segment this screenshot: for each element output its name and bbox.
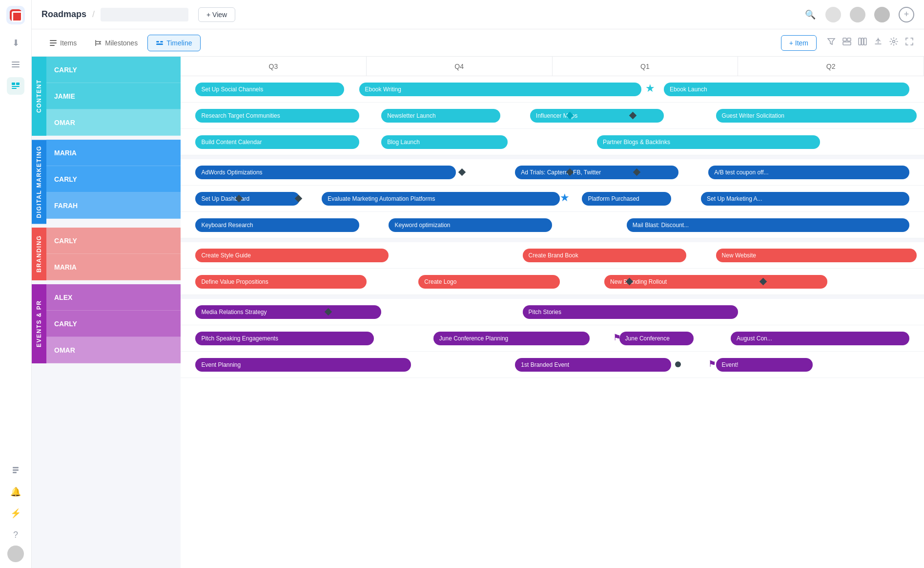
gantt-bar: June Conference — [619, 332, 694, 345]
svg-rect-20 — [862, 38, 863, 45]
milestone-flag: ⚑ — [613, 332, 621, 343]
timeline-row: Build Content Calendar Blog Launch Partn… — [181, 129, 924, 155]
export-icon[interactable] — [873, 37, 883, 49]
add-item-button[interactable]: + Item — [781, 35, 817, 51]
group-digital-members: MARIA CARLY FARAH — [46, 140, 181, 224]
filter-icon[interactable] — [826, 37, 836, 49]
gantt-bar: Set Up Marketing A... — [701, 192, 909, 206]
tab-milestones[interactable]: Milestones — [86, 35, 145, 51]
group-branding: BRANDING CARLY MARIA — [32, 228, 181, 284]
svg-rect-18 — [843, 42, 851, 45]
svg-rect-13 — [156, 41, 159, 42]
group-digital-label: DIGITAL MARKETING — [32, 140, 46, 224]
svg-rect-11 — [50, 42, 57, 43]
gantt-bar: Influencer Maps — [530, 109, 664, 123]
gantt-bar: A/B test coupon off... — [708, 166, 909, 179]
header-avatar-2[interactable] — [850, 7, 865, 22]
gantt-bar: Pitch Stories — [523, 305, 739, 319]
svg-rect-15 — [156, 43, 163, 45]
group-events-members: ALEX CARLY OMAR — [46, 284, 181, 363]
group-icon[interactable] — [842, 37, 852, 49]
gantt-bar: Research Target Communities — [195, 109, 359, 123]
sidebar-bolt-icon[interactable]: ⚡ — [7, 505, 24, 522]
gantt-bar: 1st Branded Event — [515, 358, 671, 372]
sidebar-bell-icon[interactable]: 🔔 — [7, 483, 24, 501]
quarter-q4: Q4 — [367, 57, 553, 76]
fullscreen-icon[interactable] — [904, 37, 914, 49]
group-branding-members: CARLY MARIA — [46, 228, 181, 280]
svg-rect-0 — [12, 62, 20, 63]
milestone-star: ★ — [645, 82, 655, 95]
gantt-bar: Mail Blast: Discount... — [627, 218, 909, 232]
milestone-diamond — [458, 168, 466, 176]
member-carly-content: CARLY — [46, 57, 181, 83]
group-events: EVENTS & PR ALEX CARLY OMAR — [32, 284, 181, 363]
svg-rect-1 — [12, 64, 20, 65]
timeline-header: Q3 Q4 Q1 Q2 — [181, 57, 924, 76]
milestone-star-blue: ★ — [560, 191, 570, 204]
svg-rect-12 — [50, 45, 55, 46]
gantt-bar: Set Up Dashboard — [195, 192, 299, 206]
breadcrumb-path — [101, 8, 188, 21]
app-logo[interactable] — [6, 6, 25, 24]
tab-items-label: Items — [60, 39, 77, 47]
group-content-label: CONTENT — [32, 57, 46, 136]
gantt-bar: Create Style Guide — [195, 249, 389, 262]
gantt-bar: Define Value Propositions — [195, 275, 366, 289]
timeline-rows: Set Up Social Channels Ebook Writing Ebo… — [181, 76, 924, 378]
toolbar-icons — [826, 37, 914, 49]
gantt-bar: Set Up Social Channels — [195, 83, 344, 96]
member-omar-content: OMAR — [46, 109, 181, 136]
sidebar-person-icon[interactable] — [7, 462, 24, 479]
member-carly-digital: CARLY — [46, 166, 181, 192]
quarter-q2: Q2 — [738, 57, 924, 76]
breadcrumb-sep: / — [92, 9, 95, 20]
timeline-row: Event Planning 1st Branded Event Event! … — [181, 352, 924, 378]
timeline-row: Set Up Social Channels Ebook Writing Ebo… — [181, 76, 924, 103]
quarter-q3: Q3 — [181, 57, 367, 76]
svg-rect-19 — [859, 38, 861, 45]
header-avatar-3[interactable] — [874, 7, 890, 22]
sidebar-roadmap-icon[interactable] — [7, 77, 24, 95]
gantt-bar: Ebook Writing — [359, 83, 642, 96]
main-area: Roadmaps / + View 🔍 + Items Milestones T… — [32, 0, 924, 568]
gantt-bar: Platform Purchased — [582, 192, 671, 206]
tab-items[interactable]: Items — [41, 35, 84, 51]
sidebar-question-icon[interactable]: ? — [7, 526, 24, 544]
svg-rect-16 — [843, 38, 846, 41]
content-area: CONTENT CARLY JAMIE OMAR DIGITAL MARKETI… — [32, 57, 924, 568]
svg-rect-8 — [13, 469, 19, 471]
svg-rect-21 — [864, 38, 866, 45]
columns-icon[interactable] — [858, 37, 867, 49]
gantt-bar: Build Content Calendar — [195, 135, 359, 149]
member-carly-events: CARLY — [46, 311, 181, 337]
settings-icon[interactable] — [889, 37, 899, 49]
user-avatar[interactable] — [7, 546, 24, 562]
group-events-label: EVENTS & PR — [32, 284, 46, 363]
tab-timeline[interactable]: Timeline — [147, 35, 200, 51]
gantt-bar: Guest Writer Solicitation — [716, 109, 917, 123]
timeline-row: Keyboard Research Keyword optimization M… — [181, 212, 924, 238]
sidebar: ⬇ 🔔 ⚡ ? — [0, 0, 32, 568]
header-avatar-1[interactable] — [825, 7, 841, 22]
member-alex: ALEX — [46, 284, 181, 311]
member-maria-branding: MARIA — [46, 254, 181, 280]
gantt-bar: AdWords Optimizations — [195, 166, 455, 179]
sidebar-download-icon[interactable]: ⬇ — [7, 34, 24, 52]
sidebar-list-icon[interactable] — [7, 56, 24, 73]
milestone-flag-2: ⚑ — [708, 358, 716, 369]
gantt-bar: August Con... — [731, 332, 909, 345]
tab-timeline-label: Timeline — [166, 39, 192, 47]
gantt-bar: Keyboard Research — [195, 218, 359, 232]
search-icon[interactable]: 🔍 — [805, 9, 816, 20]
timeline-row: Define Value Propositions Create Logo Ne… — [181, 269, 924, 295]
svg-rect-17 — [847, 38, 851, 41]
add-user-button[interactable]: + — [899, 7, 914, 22]
page-title: Roadmaps — [41, 9, 86, 20]
gantt-bar: Ebook Launch — [664, 83, 909, 96]
timeline-row: Pitch Speaking Engagements June Conferen… — [181, 325, 924, 352]
gantt-bar: Newsletter Launch — [381, 109, 500, 123]
timeline-row: Set Up Dashboard Evaluate Marketing Auto… — [181, 186, 924, 212]
member-maria-digital: MARIA — [46, 140, 181, 166]
add-view-button[interactable]: + View — [198, 7, 235, 22]
